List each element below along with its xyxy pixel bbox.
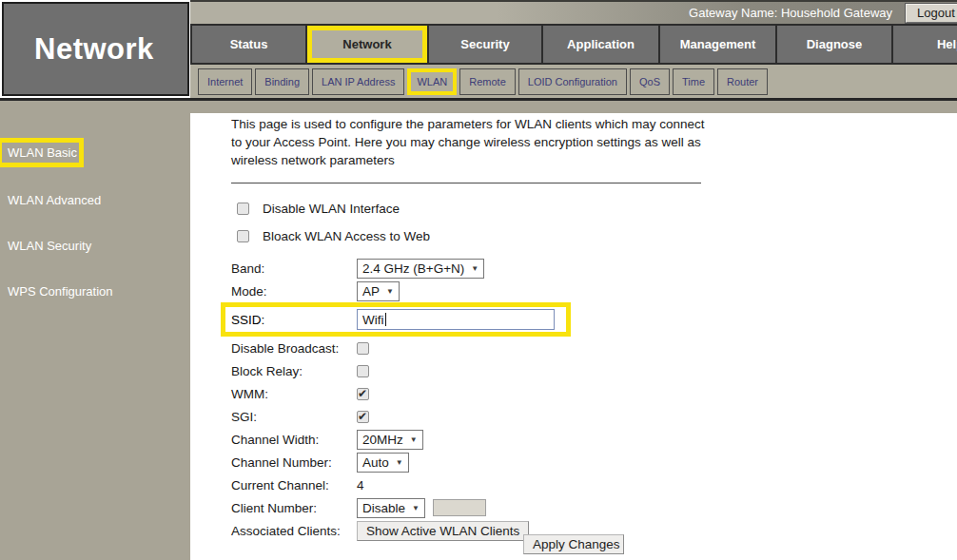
tab-network[interactable]: Network bbox=[307, 26, 427, 63]
block-relay-row: Block Relay: bbox=[231, 359, 957, 382]
disable-wlan-interface-checkbox[interactable] bbox=[237, 203, 249, 215]
subtab-binding[interactable]: Binding bbox=[255, 68, 309, 95]
ssid-input[interactable]: Wifi bbox=[357, 309, 555, 330]
disable-broadcast-checkbox[interactable] bbox=[357, 342, 369, 355]
tab-diagnose[interactable]: Diagnose bbox=[777, 26, 891, 63]
wmm-label: WMM: bbox=[231, 387, 357, 401]
chevron-down-icon: ▼ bbox=[386, 287, 394, 296]
block-wlan-access-checkbox[interactable] bbox=[237, 230, 249, 242]
sidebar-active-highlight-box: WLAN Basic bbox=[0, 138, 84, 167]
block-wlan-access-label: Bloack WLAN Access to Web bbox=[263, 229, 430, 243]
chevron-down-icon: ▼ bbox=[396, 458, 403, 467]
disable-wlan-interface-row: Disable WLAN Interface bbox=[237, 198, 957, 220]
tab-application[interactable]: Application bbox=[543, 26, 658, 63]
page-title-box: Network bbox=[2, 2, 189, 96]
subtab-router[interactable]: Router bbox=[717, 68, 768, 95]
sgi-checkbox[interactable] bbox=[357, 411, 369, 423]
sidebar-item-wlan-basic[interactable]: WLAN Basic bbox=[2, 145, 77, 160]
sidebar-item-wlan-security[interactable]: WLAN Security bbox=[8, 239, 91, 253]
block-relay-label: Block Relay: bbox=[231, 364, 357, 378]
subtab-time[interactable]: Time bbox=[673, 68, 714, 95]
channel-width-select-value: 20MHz bbox=[362, 433, 403, 447]
tab-status[interactable]: Status bbox=[192, 26, 305, 63]
channel-number-label: Channel Number: bbox=[231, 455, 357, 470]
logout-button[interactable]: Logout bbox=[906, 4, 957, 23]
client-number-select-value: Disable bbox=[362, 501, 405, 515]
subtab-qos[interactable]: QoS bbox=[630, 68, 670, 95]
channel-number-select[interactable]: Auto ▼ bbox=[357, 453, 409, 473]
band-label: Band: bbox=[231, 261, 357, 276]
tab-security[interactable]: Security bbox=[429, 26, 541, 63]
text-caret bbox=[385, 313, 386, 326]
wmm-checkbox[interactable] bbox=[357, 388, 369, 400]
chevron-down-icon: ▼ bbox=[471, 264, 478, 273]
mode-row: Mode: AP ▼ bbox=[231, 280, 957, 302]
page-description-line-2: to your Access Point. Here you may chang… bbox=[231, 133, 957, 151]
ssid-highlight-box: SSID: Wifi bbox=[221, 302, 571, 337]
section-divider bbox=[231, 183, 701, 183]
mode-label: Mode: bbox=[231, 284, 357, 299]
sidebar-item-wps-configuration[interactable]: WPS Configuration bbox=[8, 284, 113, 299]
sgi-row: SGI: bbox=[231, 405, 957, 428]
mode-select-value: AP bbox=[362, 284, 380, 299]
gateway-name-label: Gateway Name: Household Gateway bbox=[689, 6, 892, 20]
channel-width-label: Channel Width: bbox=[231, 433, 357, 447]
sub-tab-bar: Internet Binding LAN IP Address WLAN Rem… bbox=[190, 65, 957, 98]
subtab-remote[interactable]: Remote bbox=[459, 68, 516, 95]
sidebar: WLAN Basic WLAN Advanced WLAN Security W… bbox=[0, 101, 190, 560]
subtab-loid-configuration[interactable]: LOID Configuration bbox=[518, 68, 627, 95]
channel-number-select-value: Auto bbox=[362, 455, 389, 470]
block-relay-checkbox[interactable] bbox=[357, 365, 369, 377]
current-channel-row: Current Channel: 4 bbox=[231, 473, 957, 496]
band-row: Band: 2.4 GHz (B+G+N) ▼ bbox=[231, 257, 957, 280]
channel-width-row: Channel Width: 20MHz ▼ bbox=[231, 428, 957, 451]
show-active-wlan-clients-button[interactable]: Show Active WLAN Clients bbox=[357, 521, 529, 541]
tab-help[interactable]: Help bbox=[893, 26, 957, 63]
sgi-label: SGI: bbox=[231, 410, 357, 424]
ssid-input-value: Wifi bbox=[362, 313, 384, 327]
current-channel-label: Current Channel: bbox=[231, 478, 357, 492]
wmm-row: WMM: bbox=[231, 382, 957, 405]
client-number-extra-input bbox=[433, 499, 486, 516]
band-select-value: 2.4 GHz (B+G+N) bbox=[362, 261, 464, 276]
subtab-lan-ip-address[interactable]: LAN IP Address bbox=[312, 68, 404, 95]
client-number-label: Client Number: bbox=[231, 501, 357, 515]
sidebar-item-wlan-advanced[interactable]: WLAN Advanced bbox=[8, 193, 101, 207]
top-bar: Gateway Name: Household Gateway Logout bbox=[190, 0, 957, 24]
block-wlan-web-row: Bloack WLAN Access to Web bbox=[237, 225, 957, 247]
client-number-row: Client Number: Disable ▼ bbox=[231, 496, 957, 519]
client-number-select[interactable]: Disable ▼ bbox=[357, 498, 425, 518]
chevron-down-icon: ▼ bbox=[410, 435, 418, 444]
content-area: This page is used to configure the param… bbox=[190, 113, 957, 560]
page-description-line-3: wireless network parameters bbox=[231, 151, 957, 169]
channel-number-row: Channel Number: Auto ▼ bbox=[231, 451, 957, 473]
tab-management[interactable]: Management bbox=[660, 26, 775, 63]
apply-changes-button[interactable]: Apply Changes bbox=[523, 534, 624, 554]
page-title: Network bbox=[34, 32, 154, 67]
chevron-down-icon: ▼ bbox=[412, 504, 420, 512]
disable-wlan-interface-label: Disable WLAN Interface bbox=[263, 202, 400, 216]
ssid-label: SSID: bbox=[231, 313, 357, 327]
associated-clients-label: Associated Clients: bbox=[231, 524, 357, 538]
page-description-line-1: This page is used to configure the param… bbox=[231, 115, 957, 133]
disable-broadcast-row: Disable Broadcast: bbox=[231, 337, 957, 359]
subtab-internet[interactable]: Internet bbox=[198, 68, 252, 95]
current-channel-value: 4 bbox=[357, 478, 364, 492]
mode-select[interactable]: AP ▼ bbox=[357, 281, 400, 301]
disable-broadcast-label: Disable Broadcast: bbox=[231, 341, 357, 356]
subtab-wlan[interactable]: WLAN bbox=[407, 68, 457, 95]
channel-width-select[interactable]: 20MHz ▼ bbox=[357, 430, 423, 450]
main-tab-bar: Status Network Security Application Mana… bbox=[190, 24, 957, 65]
band-select[interactable]: 2.4 GHz (B+G+N) ▼ bbox=[357, 259, 484, 279]
